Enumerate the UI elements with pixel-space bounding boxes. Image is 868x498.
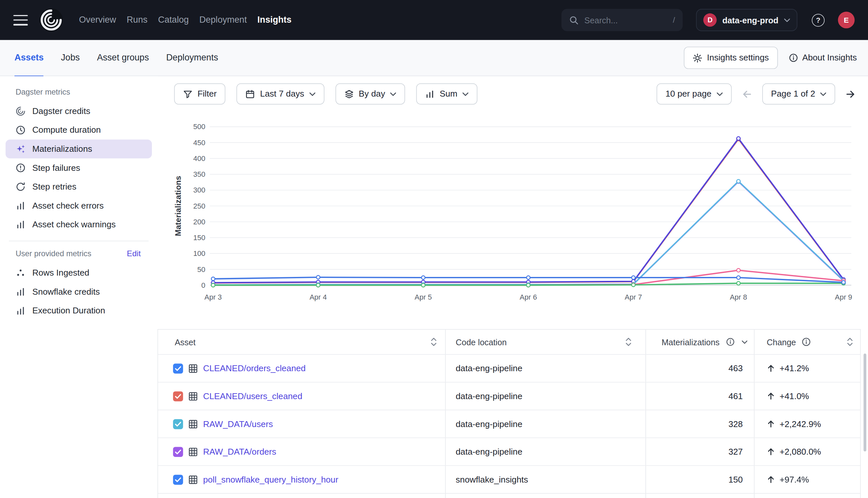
sidebar-item-label: Rows Ingested <box>32 268 89 278</box>
column-label: Change <box>767 337 796 346</box>
asset-link[interactable]: RAW_DATA/orders <box>203 447 277 457</box>
data-point <box>421 276 425 279</box>
sidebar-item-materializations[interactable]: Materializations <box>5 140 152 159</box>
sidebar-section-user-metrics: User provided metrics Edit <box>0 243 157 263</box>
dagster-logo[interactable] <box>39 8 63 32</box>
asset-link[interactable]: RAW_DATA/users <box>203 419 273 429</box>
about-insights-link[interactable]: About Insights <box>789 53 857 63</box>
data-point <box>631 283 635 287</box>
search-input[interactable] <box>584 15 667 25</box>
date-range-button[interactable]: Last 7 days <box>237 83 324 104</box>
dagster-credits-icon <box>15 106 25 116</box>
sidebar-item-execution-duration[interactable]: Execution Duration <box>5 301 152 320</box>
series-checkbox[interactable] <box>173 363 183 373</box>
sidebar-item-label: Asset check errors <box>32 201 104 211</box>
previous-page-button[interactable] <box>740 88 753 101</box>
change-cell: +2,242.9% <box>755 410 860 437</box>
change-value: +41.2% <box>780 363 809 373</box>
date-range-label: Last 7 days <box>260 89 304 99</box>
svg-text:300: 300 <box>193 186 205 194</box>
svg-text:0: 0 <box>201 281 205 289</box>
tab-deployments[interactable]: Deployments <box>166 40 218 76</box>
series-checkbox[interactable] <box>173 474 183 484</box>
aggregation-label: Sum <box>439 89 457 99</box>
section-title: User provided metrics <box>15 249 91 258</box>
tab-jobs[interactable]: Jobs <box>61 40 79 76</box>
hamburger-menu-icon[interactable] <box>13 15 28 25</box>
materializations-cell: 461 <box>646 382 755 410</box>
user-avatar[interactable]: E <box>838 12 855 29</box>
checkmark-icon <box>175 421 181 427</box>
insights-settings-label: Insights settings <box>707 53 769 63</box>
nav-insights[interactable]: Insights <box>257 15 292 25</box>
calendar-icon <box>246 89 255 99</box>
svg-text:500: 500 <box>193 122 205 131</box>
chevron-down-icon[interactable] <box>741 340 747 344</box>
column-header-code-location[interactable]: Code location <box>446 330 646 354</box>
pagination-controls: 10 per page Page 1 of 2 <box>656 83 857 104</box>
filter-button[interactable]: Filter <box>174 83 226 104</box>
next-page-button[interactable] <box>844 88 857 101</box>
checkmark-icon <box>175 477 181 482</box>
sidebar-item-rows-ingested[interactable]: Rows Ingested <box>5 263 152 283</box>
page-selector-button[interactable]: Page 1 of 2 <box>762 83 835 104</box>
sort-icon[interactable] <box>846 337 854 346</box>
series-checkbox[interactable] <box>173 447 183 457</box>
asset-link[interactable]: CLEANED/orders_cleaned <box>203 363 306 373</box>
asset-link[interactable]: CLEANED/users_cleaned <box>203 391 303 401</box>
nav-overview[interactable]: Overview <box>79 15 116 25</box>
code-location-cell <box>446 494 646 498</box>
materializations-cell <box>646 494 755 498</box>
insights-settings-button[interactable]: Insights settings <box>684 47 778 69</box>
column-header-materializations[interactable]: Materializations <box>646 330 755 354</box>
checkmark-icon <box>175 366 181 371</box>
arrow-up-icon <box>767 392 775 400</box>
asset-link[interactable]: poll_snowflake_query_history_hour <box>203 474 338 484</box>
sidebar-item-asset-check-errors[interactable]: Asset check errors <box>5 196 152 215</box>
edit-user-metrics-link[interactable]: Edit <box>127 249 141 258</box>
table-grid-icon <box>188 447 198 457</box>
nav-catalog[interactable]: Catalog <box>158 15 189 25</box>
change-cell <box>755 494 860 498</box>
per-page-button[interactable]: 10 per page <box>656 83 731 104</box>
column-header-asset[interactable]: Asset <box>158 330 446 354</box>
filter-funnel-icon <box>183 89 193 99</box>
tab-asset-groups[interactable]: Asset groups <box>97 40 149 76</box>
svg-text:Apr 8: Apr 8 <box>730 293 747 301</box>
sidebar-item-step-failures[interactable]: Step failures <box>5 158 152 178</box>
info-icon[interactable] <box>726 337 735 346</box>
refresh-icon <box>15 182 25 192</box>
nav-deployment[interactable]: Deployment <box>199 15 246 25</box>
section-title: Dagster metrics <box>15 87 70 96</box>
sidebar-item-asset-check-warnings[interactable]: Asset check warnings <box>5 215 152 234</box>
bar-chart-icon <box>425 89 435 99</box>
sidebar-item-compute-duration[interactable]: Compute duration <box>5 120 152 140</box>
column-header-change[interactable]: Change <box>755 330 860 354</box>
series-checkbox[interactable] <box>173 391 183 401</box>
deployment-switcher[interactable]: D data-eng-prod <box>696 9 797 31</box>
code-location-cell: data-eng-pipeline <box>446 355 646 382</box>
nav-runs[interactable]: Runs <box>127 15 147 25</box>
sidebar-item-label: Dagster credits <box>32 106 90 116</box>
info-icon[interactable] <box>802 337 810 346</box>
code-location-cell: snowflake_insights <box>446 466 646 493</box>
sidebar-item-step-retries[interactable]: Step retries <box>5 178 152 196</box>
group-by-button[interactable]: By day <box>335 83 405 104</box>
vertical-scrollbar-thumb[interactable] <box>864 353 866 451</box>
svg-text:150: 150 <box>193 234 205 242</box>
sort-icon[interactable] <box>625 337 632 346</box>
tab-assets[interactable]: Assets <box>14 40 44 76</box>
sidebar-item-snowflake-credits[interactable]: Snowflake credits <box>5 283 152 302</box>
bar-chart-icon <box>15 220 25 229</box>
series-checkbox[interactable] <box>173 419 183 429</box>
data-point <box>212 284 215 287</box>
aggregation-button[interactable]: Sum <box>416 83 477 104</box>
change-value: +2,080.0% <box>780 447 821 457</box>
search-box[interactable]: / <box>562 9 683 31</box>
materializations-line-chart: 050100150200250300350400450500Apr 3Apr 4… <box>157 118 858 307</box>
table-header-row: Asset Code location Materializations <box>158 330 860 354</box>
sidebar-item-dagster-credits[interactable]: Dagster credits <box>5 102 152 121</box>
data-point <box>316 276 320 279</box>
help-icon[interactable]: ? <box>812 13 825 26</box>
sort-icon[interactable] <box>430 337 437 346</box>
